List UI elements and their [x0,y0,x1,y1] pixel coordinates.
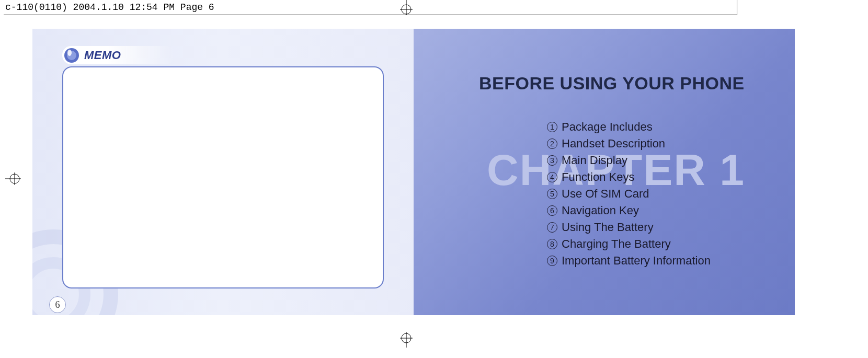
toc-item-label: Use Of SIM Card [562,186,649,202]
toc-item: 7Using The Battery [547,219,711,236]
header-rule-right [737,0,737,15]
toc-item-label: Using The Battery [562,219,654,236]
circled-number-icon: 3 [547,155,557,166]
toc-item-label: Important Battery Information [562,252,711,269]
memo-box [62,66,384,288]
print-header: c-110(0110) 2004.1.10 12:54 PM Page 6 [0,0,868,15]
toc-item-label: Charging The Battery [562,236,671,252]
toc-item-label: Navigation Key [562,202,639,219]
header-rule [4,15,737,15]
toc-item: 6Navigation Key [547,202,711,219]
circled-number-icon: 1 [547,122,557,132]
print-header-text: c-110(0110) 2004.1.10 12:54 PM Page 6 [0,2,214,13]
registration-mark-bottom [398,332,414,348]
right-page: BEFORE USING YOUR PHONE CHAPTER 1 1Packa… [414,29,795,315]
memo-bullet-icon [63,47,80,64]
registration-mark-top [398,0,414,15]
page-number: 6 [49,296,66,313]
toc-list: 1Package Includes 2Handset Description 3… [547,119,711,269]
toc-item: 1Package Includes [547,119,711,135]
circled-number-icon: 2 [547,138,557,149]
circled-number-icon: 8 [547,239,557,249]
circled-number-icon: 6 [547,205,557,216]
toc-item: 3Main Display [547,152,711,169]
circled-number-icon: 4 [547,172,557,182]
toc-item-label: Package Includes [562,119,653,135]
registration-mark-left [5,171,21,187]
toc-item-label: Function Keys [562,169,634,186]
circled-number-icon: 5 [547,189,557,199]
svg-point-16 [67,50,72,56]
toc-item-label: Handset Description [562,135,665,152]
left-page: MEMO 6 [32,29,414,315]
toc-item: 4Function Keys [547,169,711,186]
toc-item-label: Main Display [562,152,627,169]
toc-item: 2Handset Description [547,135,711,152]
toc-item: 5Use Of SIM Card [547,186,711,202]
circled-number-icon: 7 [547,222,557,233]
toc-item: 9Important Battery Information [547,252,711,269]
page-spread: MEMO 6 BEFORE USING YOUR PHONE CHAPTER 1… [32,29,795,315]
toc-item: 8Charging The Battery [547,236,711,252]
memo-header: MEMO [62,46,175,64]
memo-label: MEMO [84,49,121,62]
chapter-title: BEFORE USING YOUR PHONE [479,73,745,94]
circled-number-icon: 9 [547,256,557,266]
